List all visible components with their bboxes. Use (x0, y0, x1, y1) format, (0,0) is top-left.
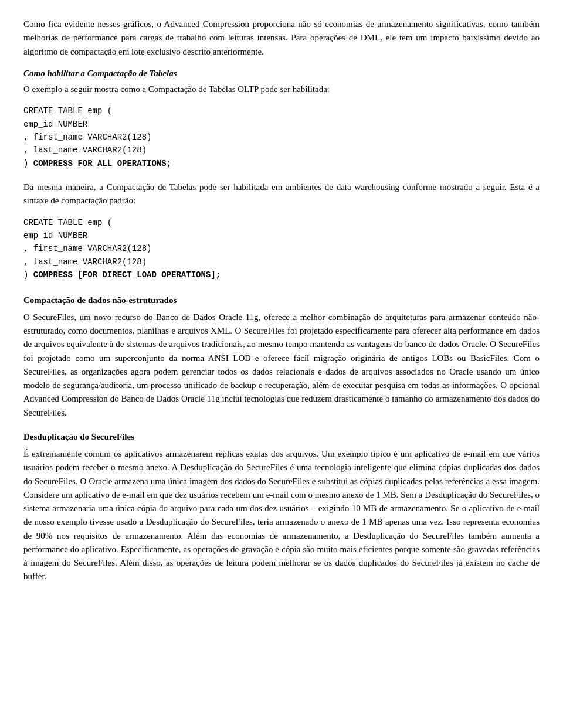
intro-paragraph: Como fica evidente nesses gráficos, o Ad… (23, 18, 540, 59)
unstructured-data-paragraph: O SecureFiles, um novo recurso do Banco … (23, 311, 540, 420)
deduplication-paragraph: É extremamente comum os aplicativos arma… (23, 447, 540, 584)
code2-line1: CREATE TABLE emp ( (23, 218, 112, 227)
code1-line1: CREATE TABLE emp ( (23, 106, 112, 115)
code2-compress-keyword: COMPRESS [FOR DIRECT_LOAD OPERATIONS]; (33, 270, 221, 280)
dw-intro-paragraph: Da mesma maneira, a Compactação de Tabel… (23, 181, 540, 208)
section-heading-italic: Como habilitar a Compactação de Tabelas (23, 67, 540, 80)
code2-line3: , first_name VARCHAR2(128) (23, 244, 151, 253)
code-block-dw: CREATE TABLE emp ( emp_id NUMBER , first… (23, 216, 540, 282)
subheading-deduplication: Desduplicação do SecureFiles (23, 430, 540, 444)
code-block-oltp: CREATE TABLE emp ( emp_id NUMBER , first… (23, 104, 540, 170)
section-intro-text: O exemplo a seguir mostra como a Compact… (23, 83, 540, 96)
code2-line5: ) (23, 270, 33, 280)
code1-compress-keyword: COMPRESS FOR ALL OPERATIONS; (33, 159, 171, 168)
code1-line4: , last_name VARCHAR2(128) (23, 145, 147, 155)
heading-unstructured-data: Compactação de dados não-estruturados (23, 294, 540, 307)
code2-line2: emp_id NUMBER (23, 231, 87, 240)
code2-line4: , last_name VARCHAR2(128) (23, 257, 147, 267)
code1-line2: emp_id NUMBER (23, 120, 87, 129)
code1-line5: ) (23, 159, 33, 168)
code1-line3: , first_name VARCHAR2(128) (23, 132, 151, 142)
